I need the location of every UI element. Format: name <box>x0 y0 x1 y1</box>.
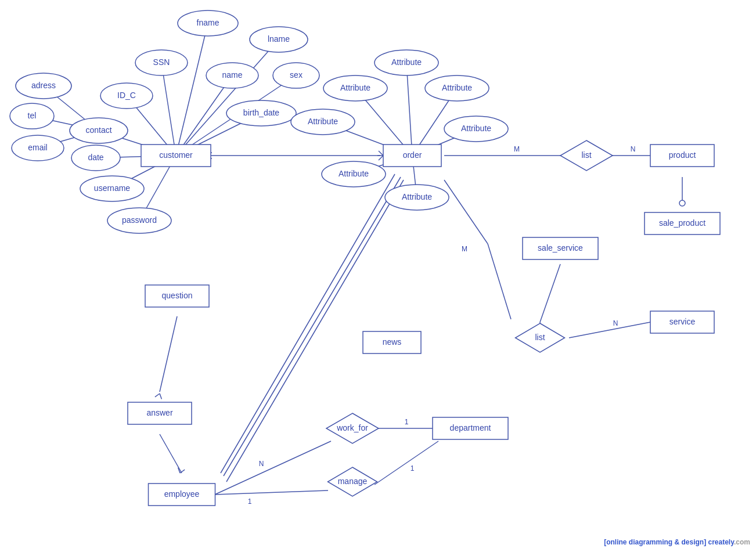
er-diagram <box>0 0 756 552</box>
watermark-prefix: [online diagramming & design] <box>604 538 706 546</box>
watermark-brand: creately <box>708 538 734 546</box>
watermark-suffix: .com <box>734 538 750 546</box>
watermark: [online diagramming & design] creately.c… <box>604 538 750 546</box>
